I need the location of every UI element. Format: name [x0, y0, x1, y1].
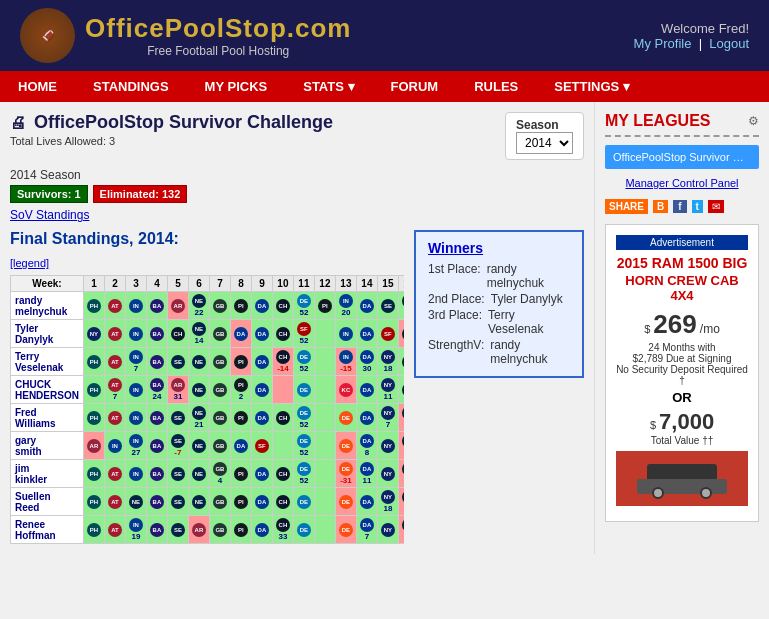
pick-w8: DA — [230, 320, 251, 348]
pick-w6: NE 22 — [188, 292, 209, 320]
pick-w16: HO — [398, 320, 404, 348]
my-profile-link[interactable]: My Profile — [634, 36, 692, 51]
pick-w6: NE 21 — [188, 404, 209, 432]
ad-banner-top: Advertisement — [616, 235, 748, 250]
logo-area: 🏈 OfficePoolStop.com Free Football Pool … — [20, 8, 351, 63]
week-6: 6 — [188, 276, 209, 292]
sov-link[interactable]: SoV Standings — [10, 208, 89, 222]
manager-control-link[interactable]: Manager Control Panel — [605, 177, 759, 189]
pick-w12 — [314, 460, 335, 488]
blogger-icon[interactable]: B — [653, 200, 668, 213]
player-name: FredWilliams — [11, 404, 84, 432]
pick-w10: CH — [272, 404, 293, 432]
pick-w14: DA — [356, 488, 377, 516]
pick-w1: PH — [83, 348, 104, 376]
second-place-row: 2nd Place: Tyler Danylyk — [428, 292, 570, 306]
third-place-label: 3rd Place: — [428, 308, 482, 336]
pick-w15: NY 7 — [377, 404, 398, 432]
pick-w3: IN 7 — [125, 348, 146, 376]
gear-icon[interactable]: ⚙ — [748, 114, 759, 128]
twitter-icon[interactable]: t — [692, 200, 703, 213]
printer-icon[interactable]: 🖨 — [10, 114, 26, 132]
table-row: CHUCKHENDERSON PH AT 7 IN BA 24 AR 31 NE — [11, 376, 405, 404]
pick-w13: IN 20 — [335, 292, 356, 320]
ad-box: Advertisement 2015 RAM 1500 BIG HORN CRE… — [605, 224, 759, 522]
pick-w12: PI — [314, 292, 335, 320]
pick-w7: GB — [209, 376, 230, 404]
logout-link[interactable]: Logout — [709, 36, 749, 51]
strengthv-label: StrengthV: — [428, 338, 484, 366]
page-header: 🖨 OfficePoolStop Survivor Challenge Tota… — [10, 112, 584, 160]
survivors-badge: Survivors: 1 — [10, 185, 88, 203]
player-name: CHUCKHENDERSON — [11, 376, 84, 404]
facebook-icon[interactable]: f — [673, 200, 686, 213]
pick-w9: DA — [251, 320, 272, 348]
week-11: 11 — [293, 276, 314, 292]
pick-w10: CH 33 — [272, 516, 293, 544]
player-name: jimkinkler — [11, 460, 84, 488]
page-title-area: 🖨 OfficePoolStop Survivor Challenge Tota… — [10, 112, 490, 147]
nav-settings[interactable]: SETTINGS ▾ — [536, 71, 648, 102]
my-leagues-title: MY LEAGUES — [605, 112, 711, 130]
pick-w6: NE — [188, 432, 209, 460]
pick-w10: CH — [272, 320, 293, 348]
nav-home[interactable]: HOME — [0, 71, 75, 102]
pick-w15: NY — [377, 516, 398, 544]
welcome-text: Welcome Fred! — [634, 21, 749, 36]
pick-w9: DA — [251, 292, 272, 320]
pick-w4: BA — [146, 516, 167, 544]
table-row: ReneeHoffman PH AT IN 19 BA SE AR — [11, 516, 405, 544]
pick-w15: NY 18 — [377, 348, 398, 376]
season-select[interactable]: 2014 — [516, 132, 573, 154]
pick-w15: NY — [377, 432, 398, 460]
site-header: 🏈 OfficePoolStop.com Free Football Pool … — [0, 0, 769, 71]
table-row: jimkinkler PH AT IN BA SE NE — [11, 460, 405, 488]
pick-w8: PI 2 — [230, 376, 251, 404]
pick-w1: PH — [83, 488, 104, 516]
pick-w16: HO 52 — [398, 516, 404, 544]
nav-stats[interactable]: STATS ▾ — [285, 71, 372, 102]
pick-w4: BA 24 — [146, 376, 167, 404]
pick-w12 — [314, 404, 335, 432]
pick-w14: DA 11 — [356, 460, 377, 488]
pick-w4: BA — [146, 320, 167, 348]
pick-w3: IN 27 — [125, 432, 146, 460]
season-box: Season 2014 — [505, 112, 584, 160]
ad-total-dollar: $ — [650, 419, 656, 431]
week-8: 8 — [230, 276, 251, 292]
pick-w5: AR — [167, 292, 188, 320]
pick-w5: AR 31 — [167, 376, 188, 404]
title-text: OfficePoolStop Survivor Challenge — [34, 112, 333, 133]
week-15: 15 — [377, 276, 398, 292]
nav-standings[interactable]: STANDINGS — [75, 71, 187, 102]
legend-link[interactable]: [legend] — [10, 257, 49, 269]
pick-w3: IN 19 — [125, 516, 146, 544]
nav-forum[interactable]: FORUM — [373, 71, 457, 102]
pick-w4: BA — [146, 432, 167, 460]
table-row: TerryVeselenak PH AT IN 7 BA SE NE — [11, 348, 405, 376]
pick-w14: DA 7 — [356, 516, 377, 544]
pick-w16: HO 8 — [398, 404, 404, 432]
pick-w12 — [314, 320, 335, 348]
pick-w5: SE — [167, 348, 188, 376]
player-name: TylerDanylyk — [11, 320, 84, 348]
pick-w3: NE — [125, 488, 146, 516]
pick-w11: DE — [293, 488, 314, 516]
pick-w16: HO — [398, 376, 404, 404]
pick-w16: HO 7 — [398, 488, 404, 516]
pick-w13: IN -15 — [335, 348, 356, 376]
week-14: 14 — [356, 276, 377, 292]
ad-or: OR — [616, 390, 748, 405]
pick-w3: IN — [125, 376, 146, 404]
first-place-name: randy melnychuk — [487, 262, 570, 290]
pick-w1: PH — [83, 376, 104, 404]
player-name: ReneeHoffman — [11, 516, 84, 544]
nav-rules[interactable]: RULES — [456, 71, 536, 102]
league-button[interactable]: OfficePoolStop Survivor Challe... — [605, 145, 759, 169]
pick-w3: IN — [125, 292, 146, 320]
pick-w15: NY — [377, 460, 398, 488]
player-name: TerryVeselenak — [11, 348, 84, 376]
email-icon[interactable]: ✉ — [708, 200, 724, 213]
nav-my-picks[interactable]: MY PICKS — [187, 71, 286, 102]
pick-w2: AT — [104, 488, 125, 516]
